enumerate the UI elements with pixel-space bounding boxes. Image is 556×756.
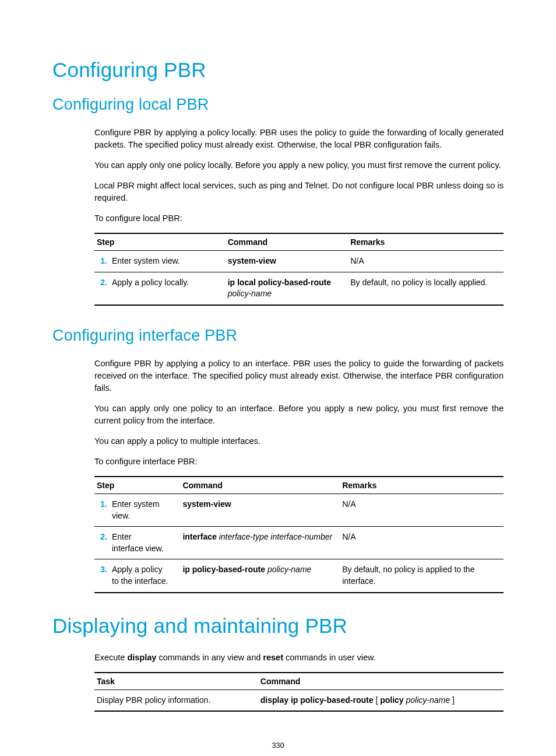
command-cell: display ip policy-based-route [ policy p… <box>258 690 504 711</box>
remarks-text: By default, no policy is applied to the … <box>340 559 504 593</box>
table-row: 1.Enter system view. system-view N/A <box>94 251 504 272</box>
step-text: Enter interface view. <box>112 531 164 554</box>
remarks-text: N/A <box>340 494 504 526</box>
paragraph: Configure PBR by applying a policy local… <box>94 127 504 151</box>
task-text: Display PBR policy information. <box>94 690 258 711</box>
step-text: Apply a policy to the interface. <box>112 564 170 587</box>
table-row: 2.Apply a policy locally. ip local polic… <box>94 272 504 305</box>
paragraph: You can apply a policy to multiple inter… <box>94 435 504 447</box>
th-step: Step <box>94 233 226 251</box>
paragraph: You can apply only one policy to an inte… <box>94 402 504 427</box>
remarks-text: By default, no policy is locally applied… <box>348 272 504 305</box>
table-local-pbr: Step Command Remarks 1.Enter system view… <box>94 233 504 306</box>
step-text: Enter system view. <box>112 256 180 267</box>
th-command: Command <box>226 233 349 251</box>
table-header-row: Step Command Remarks <box>94 477 504 494</box>
section-interface-pbr-body: Configure PBR by applying a policy to an… <box>94 358 504 593</box>
page-container: Configuring PBR Configuring local PBR Co… <box>0 0 556 756</box>
table-row: Display PBR policy information. display … <box>94 690 504 711</box>
step-number: 3. <box>97 564 112 576</box>
table-interface-pbr: Step Command Remarks 1.Enter system view… <box>94 476 504 593</box>
step-number: 2. <box>97 277 112 289</box>
th-task: Task <box>94 673 258 690</box>
command-italic: policy-name <box>228 289 272 298</box>
command-bold: system-view <box>228 256 276 265</box>
section-local-pbr-body: Configure PBR by applying a policy local… <box>94 127 504 306</box>
th-remarks: Remarks <box>340 477 504 494</box>
command-italic: policy-name <box>268 565 311 574</box>
command-bold: ip local policy-based-route <box>228 278 331 287</box>
text: Execute <box>94 653 127 662</box>
command-bold: policy <box>380 695 403 705</box>
command-bold: display ip policy-based-route <box>261 695 374 705</box>
remarks-text: N/A <box>340 527 504 559</box>
th-command: Command <box>258 673 504 690</box>
table-row: 1.Enter system view. system-view N/A <box>94 494 504 526</box>
paragraph: Local PBR might affect local services, s… <box>94 180 504 204</box>
text: commands in any view and <box>156 653 263 662</box>
th-remarks: Remarks <box>348 233 504 251</box>
command-bold: ip policy-based-route <box>182 565 265 574</box>
section-displaying-body: Execute display commands in any view and… <box>94 652 504 712</box>
remarks-text: N/A <box>348 251 504 272</box>
heading-configuring-pbr: Configuring PBR <box>52 58 504 82</box>
step-number: 1. <box>97 499 112 510</box>
text: commands in user view. <box>283 653 376 662</box>
paragraph: Configure PBR by applying a policy to an… <box>94 358 504 394</box>
text: ] <box>450 695 455 705</box>
table-row: 3.Apply a policy to the interface. ip po… <box>94 559 504 593</box>
heading-configuring-local-pbr: Configuring local PBR <box>52 96 504 114</box>
command-bold: system-view <box>182 499 231 509</box>
text: [ <box>374 695 381 705</box>
th-command: Command <box>180 477 340 494</box>
table-header-row: Step Command Remarks <box>94 233 504 251</box>
th-step: Step <box>94 477 180 494</box>
heading-configuring-interface-pbr: Configuring interface PBR <box>52 327 504 345</box>
table-header-row: Task Command <box>94 673 504 690</box>
paragraph: Execute display commands in any view and… <box>94 652 504 664</box>
table-row: 2.Enter interface view. interface interf… <box>94 527 504 559</box>
page-number: 330 <box>52 741 504 750</box>
command-italic: policy-name <box>406 695 450 705</box>
text-bold: reset <box>263 653 283 662</box>
command-italic: interface-type interface-number <box>219 532 333 541</box>
step-number: 2. <box>97 531 112 543</box>
step-text: Enter system view. <box>112 499 164 522</box>
paragraph: To configure interface PBR: <box>94 456 504 468</box>
step-text: Apply a policy locally. <box>112 277 189 289</box>
step-number: 1. <box>97 256 112 267</box>
table-display-pbr: Task Command Display PBR policy informat… <box>94 672 504 712</box>
heading-displaying-maintaining-pbr: Displaying and maintaining PBR <box>52 614 504 638</box>
text-bold: display <box>127 653 156 662</box>
command-bold: interface <box>182 532 216 541</box>
paragraph: To configure local PBR: <box>94 212 504 225</box>
paragraph: You can apply only one policy locally. B… <box>94 159 504 172</box>
